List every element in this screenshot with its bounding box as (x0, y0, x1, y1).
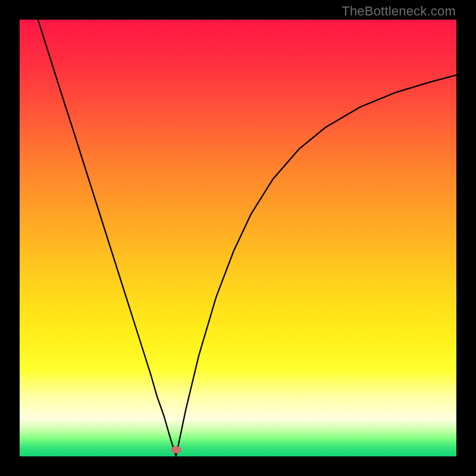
optimal-point-marker (171, 446, 181, 453)
chart-frame: TheBottleneck.com (0, 0, 476, 476)
bottleneck-curve (20, 20, 456, 456)
plot-area (20, 20, 456, 456)
watermark-text: TheBottleneck.com (342, 4, 456, 19)
